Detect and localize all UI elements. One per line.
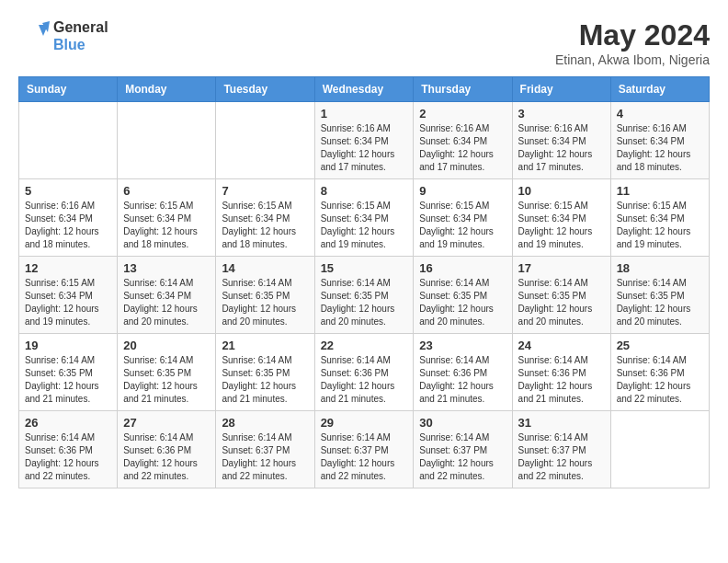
day-info: Sunrise: 6:14 AM Sunset: 6:36 PM Dayligh… <box>518 354 605 406</box>
day-info: Sunrise: 6:14 AM Sunset: 6:36 PM Dayligh… <box>25 431 111 483</box>
logo-text: General Blue <box>53 18 108 53</box>
day-info: Sunrise: 6:14 AM Sunset: 6:34 PM Dayligh… <box>123 277 210 328</box>
calendar-cell: 7Sunrise: 6:15 AM Sunset: 6:34 PM Daylig… <box>216 179 314 257</box>
day-number: 20 <box>123 339 210 352</box>
logo-line2: Blue <box>53 36 108 53</box>
calendar-cell: 18Sunrise: 6:14 AM Sunset: 6:35 PM Dayli… <box>610 257 709 334</box>
calendar-cell: 27Sunrise: 6:14 AM Sunset: 6:36 PM Dayli… <box>118 411 216 488</box>
day-info: Sunrise: 6:14 AM Sunset: 6:35 PM Dayligh… <box>321 277 408 328</box>
calendar-cell: 22Sunrise: 6:14 AM Sunset: 6:36 PM Dayli… <box>314 334 414 411</box>
header-monday: Monday <box>118 77 216 102</box>
calendar-cell <box>118 102 216 179</box>
logo: General Blue <box>18 18 108 53</box>
calendar-cell: 29Sunrise: 6:14 AM Sunset: 6:37 PM Dayli… <box>314 411 414 488</box>
day-number: 15 <box>321 261 408 275</box>
header-friday: Friday <box>512 77 610 102</box>
calendar-week-row: 19Sunrise: 6:14 AM Sunset: 6:35 PM Dayli… <box>19 334 710 411</box>
header-thursday: Thursday <box>414 77 512 102</box>
day-info: Sunrise: 6:16 AM Sunset: 6:34 PM Dayligh… <box>419 122 506 174</box>
calendar-cell: 11Sunrise: 6:15 AM Sunset: 6:34 PM Dayli… <box>610 179 709 257</box>
day-info: Sunrise: 6:14 AM Sunset: 6:36 PM Dayligh… <box>617 354 703 406</box>
day-info: Sunrise: 6:15 AM Sunset: 6:34 PM Dayligh… <box>518 200 605 251</box>
calendar-cell: 1Sunrise: 6:16 AM Sunset: 6:34 PM Daylig… <box>314 102 414 179</box>
calendar-week-row: 5Sunrise: 6:16 AM Sunset: 6:34 PM Daylig… <box>19 179 710 257</box>
calendar-cell: 19Sunrise: 6:14 AM Sunset: 6:35 PM Dayli… <box>19 334 118 411</box>
logo-graphic <box>18 19 51 52</box>
calendar-cell: 16Sunrise: 6:14 AM Sunset: 6:35 PM Dayli… <box>414 257 512 334</box>
calendar-cell <box>19 102 118 179</box>
calendar-cell: 21Sunrise: 6:14 AM Sunset: 6:35 PM Dayli… <box>216 334 314 411</box>
day-number: 16 <box>419 261 506 275</box>
day-info: Sunrise: 6:14 AM Sunset: 6:35 PM Dayligh… <box>617 277 703 328</box>
day-number: 21 <box>222 339 308 352</box>
calendar-cell: 3Sunrise: 6:16 AM Sunset: 6:34 PM Daylig… <box>512 102 610 179</box>
day-info: Sunrise: 6:16 AM Sunset: 6:34 PM Dayligh… <box>321 122 408 174</box>
calendar-cell: 30Sunrise: 6:14 AM Sunset: 6:37 PM Dayli… <box>414 411 512 488</box>
day-number: 5 <box>25 184 111 198</box>
page-header: General Blue May 2024 Etinan, Akwa Ibom,… <box>18 18 710 67</box>
day-number: 6 <box>123 184 210 198</box>
day-info: Sunrise: 6:14 AM Sunset: 6:37 PM Dayligh… <box>321 431 408 483</box>
calendar-cell: 14Sunrise: 6:14 AM Sunset: 6:35 PM Dayli… <box>216 257 314 334</box>
calendar-cell: 8Sunrise: 6:15 AM Sunset: 6:34 PM Daylig… <box>314 179 414 257</box>
calendar-cell: 23Sunrise: 6:14 AM Sunset: 6:36 PM Dayli… <box>414 334 512 411</box>
calendar-cell: 2Sunrise: 6:16 AM Sunset: 6:34 PM Daylig… <box>414 102 512 179</box>
logo-svg <box>18 19 51 52</box>
day-number: 14 <box>222 261 308 275</box>
day-info: Sunrise: 6:14 AM Sunset: 6:37 PM Dayligh… <box>419 431 506 483</box>
calendar-cell: 26Sunrise: 6:14 AM Sunset: 6:36 PM Dayli… <box>19 411 118 488</box>
day-info: Sunrise: 6:16 AM Sunset: 6:34 PM Dayligh… <box>617 122 703 174</box>
day-info: Sunrise: 6:15 AM Sunset: 6:34 PM Dayligh… <box>222 200 308 251</box>
day-number: 30 <box>419 416 506 430</box>
day-info: Sunrise: 6:14 AM Sunset: 6:35 PM Dayligh… <box>222 277 308 328</box>
calendar-cell: 5Sunrise: 6:16 AM Sunset: 6:34 PM Daylig… <box>19 179 118 257</box>
day-number: 18 <box>617 261 703 275</box>
calendar-cell: 24Sunrise: 6:14 AM Sunset: 6:36 PM Dayli… <box>512 334 610 411</box>
day-info: Sunrise: 6:15 AM Sunset: 6:34 PM Dayligh… <box>25 277 111 328</box>
day-info: Sunrise: 6:14 AM Sunset: 6:36 PM Dayligh… <box>419 354 506 406</box>
day-number: 3 <box>518 107 605 121</box>
day-number: 8 <box>321 184 408 198</box>
logo-line1: General <box>53 18 108 36</box>
calendar-title: May 2024 <box>555 18 710 52</box>
calendar-cell: 28Sunrise: 6:14 AM Sunset: 6:37 PM Dayli… <box>216 411 314 488</box>
calendar-cell <box>216 102 314 179</box>
day-number: 22 <box>321 339 408 352</box>
day-info: Sunrise: 6:15 AM Sunset: 6:34 PM Dayligh… <box>419 200 506 251</box>
day-info: Sunrise: 6:14 AM Sunset: 6:37 PM Dayligh… <box>518 431 605 483</box>
day-info: Sunrise: 6:14 AM Sunset: 6:37 PM Dayligh… <box>222 431 308 483</box>
day-info: Sunrise: 6:14 AM Sunset: 6:35 PM Dayligh… <box>222 354 308 406</box>
day-info: Sunrise: 6:16 AM Sunset: 6:34 PM Dayligh… <box>25 200 111 251</box>
day-number: 1 <box>321 107 408 121</box>
header-wednesday: Wednesday <box>314 77 414 102</box>
day-number: 11 <box>617 184 703 198</box>
calendar-cell: 9Sunrise: 6:15 AM Sunset: 6:34 PM Daylig… <box>414 179 512 257</box>
calendar-cell: 10Sunrise: 6:15 AM Sunset: 6:34 PM Dayli… <box>512 179 610 257</box>
day-number: 9 <box>419 184 506 198</box>
day-number: 7 <box>222 184 308 198</box>
day-number: 10 <box>518 184 605 198</box>
day-number: 28 <box>222 416 308 430</box>
day-info: Sunrise: 6:15 AM Sunset: 6:34 PM Dayligh… <box>123 200 210 251</box>
day-number: 4 <box>617 107 703 121</box>
header-sunday: Sunday <box>19 77 118 102</box>
calendar-week-row: 26Sunrise: 6:14 AM Sunset: 6:36 PM Dayli… <box>19 411 710 488</box>
day-number: 25 <box>617 339 703 352</box>
calendar-cell: 13Sunrise: 6:14 AM Sunset: 6:34 PM Dayli… <box>118 257 216 334</box>
calendar-table: SundayMondayTuesdayWednesdayThursdayFrid… <box>18 76 710 488</box>
header-tuesday: Tuesday <box>216 77 314 102</box>
day-info: Sunrise: 6:16 AM Sunset: 6:34 PM Dayligh… <box>518 122 605 174</box>
day-info: Sunrise: 6:15 AM Sunset: 6:34 PM Dayligh… <box>321 200 408 251</box>
day-number: 23 <box>419 339 506 352</box>
header-saturday: Saturday <box>610 77 709 102</box>
day-info: Sunrise: 6:14 AM Sunset: 6:35 PM Dayligh… <box>25 354 111 406</box>
day-info: Sunrise: 6:14 AM Sunset: 6:35 PM Dayligh… <box>518 277 605 328</box>
day-info: Sunrise: 6:14 AM Sunset: 6:36 PM Dayligh… <box>321 354 408 406</box>
day-number: 27 <box>123 416 210 430</box>
day-info: Sunrise: 6:15 AM Sunset: 6:34 PM Dayligh… <box>617 200 703 251</box>
calendar-cell: 12Sunrise: 6:15 AM Sunset: 6:34 PM Dayli… <box>19 257 118 334</box>
day-number: 29 <box>321 416 408 430</box>
title-block: May 2024 Etinan, Akwa Ibom, Nigeria <box>555 18 710 67</box>
day-number: 12 <box>25 261 111 275</box>
day-info: Sunrise: 6:14 AM Sunset: 6:36 PM Dayligh… <box>123 431 210 483</box>
